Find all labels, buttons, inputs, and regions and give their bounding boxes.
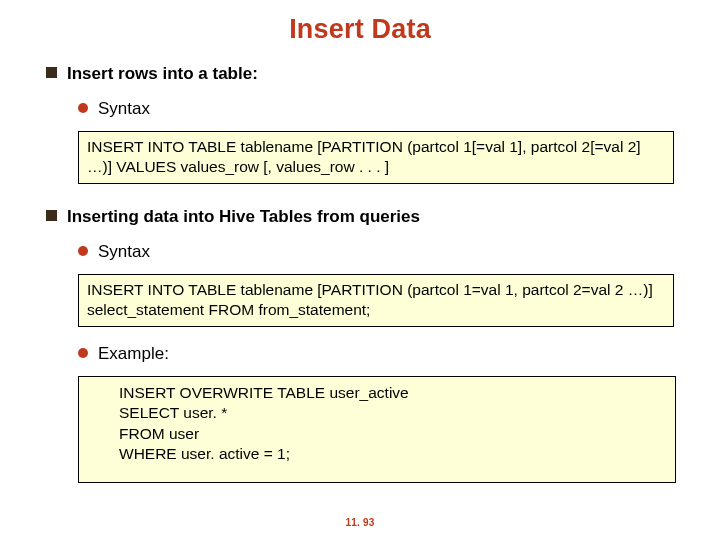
slide: Insert Data Insert rows into a table: Sy… [0,0,720,540]
square-bullet-icon [46,210,57,221]
bullet-text: Insert rows into a table: [67,63,258,86]
bullet-text: Syntax [98,241,150,264]
circle-bullet-icon [78,246,88,256]
bullet-level1: Insert rows into a table: [46,63,674,86]
bullet-level2: Syntax [78,241,674,264]
circle-bullet-icon [78,348,88,358]
bullet-text: Example: [98,343,169,366]
code-box: INSERT INTO TABLE tablename [PARTITION (… [78,131,674,184]
bullet-text: Inserting data into Hive Tables from que… [67,206,420,229]
slide-title: Insert Data [0,0,720,45]
bullet-level2: Example: [78,343,674,366]
bullet-text: Syntax [98,98,150,121]
slide-number: 11. 93 [0,517,720,528]
code-box: INSERT OVERWRITE TABLE user_active SELEC… [78,376,676,483]
code-box: INSERT INTO TABLE tablename [PARTITION (… [78,274,674,327]
bullet-level2: Syntax [78,98,674,121]
bullet-level1: Inserting data into Hive Tables from que… [46,206,674,229]
circle-bullet-icon [78,103,88,113]
square-bullet-icon [46,67,57,78]
slide-content: Insert rows into a table: Syntax INSERT … [0,45,720,483]
